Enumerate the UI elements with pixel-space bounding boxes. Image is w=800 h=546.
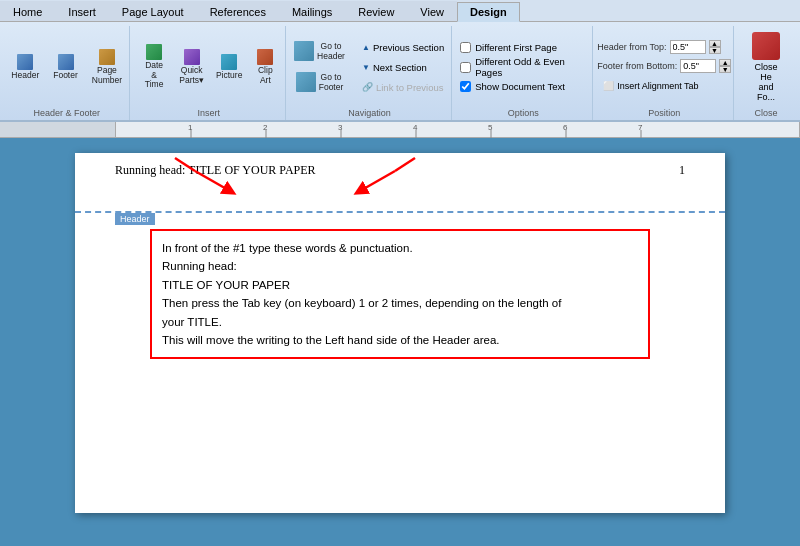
page-number-button[interactable]: Page Number: [87, 46, 127, 88]
svg-text:5: 5: [488, 123, 493, 132]
up-arrow-icon: ▲: [362, 43, 370, 52]
tab-mailings[interactable]: Mailings: [279, 1, 345, 21]
go-to-footer-icon: [296, 72, 316, 92]
go-to-footer-button[interactable]: Go toFooter: [291, 69, 349, 96]
footer-from-bottom-spinner[interactable]: ▲ ▼: [719, 59, 731, 73]
close-group-label: Close: [755, 108, 778, 118]
ribbon-group-options: Different First Page Different Odd & Eve…: [454, 26, 593, 120]
date-time-icon: [146, 44, 162, 60]
instruction-line-2: Running head:: [162, 257, 638, 275]
spin-up-icon[interactable]: ▲: [709, 40, 721, 47]
svg-text:6: 6: [563, 123, 568, 132]
header-from-top-input[interactable]: [670, 40, 706, 54]
show-document-text-checkbox[interactable]: Show Document Text: [460, 81, 586, 92]
svg-text:4: 4: [413, 123, 418, 132]
tab-review[interactable]: Review: [345, 1, 407, 21]
document-page: Running head: TITLE OF YOUR PAPER 1: [75, 153, 725, 513]
different-first-page-input[interactable]: [460, 42, 471, 53]
position-group-label: Position: [648, 108, 680, 118]
insert-alignment-tab-button[interactable]: ⬜ Insert Alignment Tab: [597, 78, 731, 94]
footer-button[interactable]: Footer: [48, 51, 83, 83]
header-from-top-row: Header from Top: ▲ ▼: [597, 40, 731, 54]
close-header-footer-button[interactable]: Close Heand Fo...: [742, 28, 790, 106]
header-footer-group-label: Header & Footer: [33, 108, 100, 118]
svg-text:2: 2: [263, 123, 268, 132]
tab-page-layout[interactable]: Page Layout: [109, 1, 197, 21]
insert-group-label: Insert: [197, 108, 220, 118]
annotation-arrows: [75, 153, 725, 211]
picture-icon: [221, 54, 237, 70]
page-header[interactable]: Running head: TITLE OF YOUR PAPER 1: [75, 153, 725, 213]
go-to-header-button[interactable]: Go toHeader: [289, 38, 350, 65]
spin-up-icon-2[interactable]: ▲: [719, 59, 731, 66]
link-to-previous-button[interactable]: 🔗 Link to Previous: [356, 79, 450, 96]
header-tag: Header: [115, 213, 155, 225]
close-hf-icon: [752, 32, 780, 60]
ruler-ticks: 1 2 3 4 5 6 7: [116, 122, 799, 138]
ruler-margin-left: [60, 122, 115, 137]
spin-down-icon[interactable]: ▼: [709, 47, 721, 54]
page-number-icon: [99, 49, 115, 65]
tab-design[interactable]: Design: [457, 2, 520, 22]
date-time-button[interactable]: Date& Time: [137, 41, 171, 92]
footer-from-bottom-row: Footer from Bottom: ▲ ▼: [597, 59, 731, 73]
svg-line-17: [395, 158, 415, 171]
ribbon-group-close: Close Heand Fo... Close: [736, 26, 796, 120]
ribbon-group-insert: Date& Time QuickParts▾ Picture ClipArt: [132, 26, 286, 120]
close-hf-label: Close Heand Fo...: [749, 62, 783, 102]
link-icon: 🔗: [362, 82, 373, 92]
tab-home[interactable]: Home: [0, 1, 55, 21]
instruction-line-5: your TITLE.: [162, 313, 638, 331]
tab-bar: Home Insert Page Layout References Maili…: [0, 0, 800, 22]
footer-from-bottom-input[interactable]: [680, 59, 716, 73]
navigation-group-label: Navigation: [348, 108, 391, 118]
different-first-page-checkbox[interactable]: Different First Page: [460, 42, 586, 53]
svg-text:7: 7: [638, 123, 643, 132]
header-from-top-spinner[interactable]: ▲ ▼: [709, 40, 721, 54]
tab-references[interactable]: References: [197, 1, 279, 21]
page-number-display: 1: [679, 163, 685, 178]
go-to-header-icon: [294, 41, 314, 61]
svg-text:1: 1: [188, 123, 193, 132]
alignment-tab-icon: ⬜: [603, 81, 614, 91]
show-document-text-input[interactable]: [460, 81, 471, 92]
ribbon: Header Footer Page Number Header & Foote…: [0, 22, 800, 122]
options-group-label: Options: [508, 108, 539, 118]
running-head-text: Running head: TITLE OF YOUR PAPER: [115, 163, 316, 178]
spin-down-icon-2[interactable]: ▼: [719, 66, 731, 73]
previous-section-button[interactable]: ▲ Previous Section: [356, 39, 450, 56]
instruction-line-6: This will move the writing to the Left h…: [162, 331, 638, 349]
tab-insert[interactable]: Insert: [55, 1, 109, 21]
ruler: 1 2 3 4 5 6 7: [0, 122, 800, 138]
instruction-line-3: TITLE OF YOUR PAPER: [162, 276, 638, 294]
instruction-line-1: In front of the #1 type these words & pu…: [162, 239, 638, 257]
app-window: Home Insert Page Layout References Maili…: [0, 0, 800, 546]
quick-parts-button[interactable]: QuickParts▾: [175, 46, 208, 88]
svg-text:3: 3: [338, 123, 343, 132]
header-icon: [17, 54, 33, 70]
next-section-button[interactable]: ▼ Next Section: [356, 59, 450, 76]
ribbon-group-navigation: Go toHeader Go toFooter ▲ Previous Secti…: [288, 26, 452, 120]
clip-art-button[interactable]: ClipArt: [250, 46, 280, 88]
ribbon-group-position: Header from Top: ▲ ▼ Footer from Bottom:…: [595, 26, 734, 120]
picture-button[interactable]: Picture: [212, 51, 246, 83]
quick-parts-icon: [184, 49, 200, 65]
tab-view[interactable]: View: [407, 1, 457, 21]
different-odd-even-input[interactable]: [460, 62, 471, 73]
svg-line-15: [360, 171, 395, 191]
ruler-content: 1 2 3 4 5 6 7: [115, 122, 800, 137]
document-area: Running head: TITLE OF YOUR PAPER 1: [0, 138, 800, 546]
instruction-box: In front of the #1 type these words & pu…: [150, 229, 650, 359]
down-arrow-icon: ▼: [362, 63, 370, 72]
instruction-line-4: Then press the Tab key (on keyboard) 1 o…: [162, 294, 638, 312]
footer-icon: [58, 54, 74, 70]
different-odd-even-checkbox[interactable]: Different Odd & Even Pages: [460, 56, 586, 78]
clip-art-icon: [257, 49, 273, 65]
header-button[interactable]: Header: [6, 51, 44, 83]
ribbon-group-header-footer: Header Footer Page Number Header & Foote…: [4, 26, 130, 120]
